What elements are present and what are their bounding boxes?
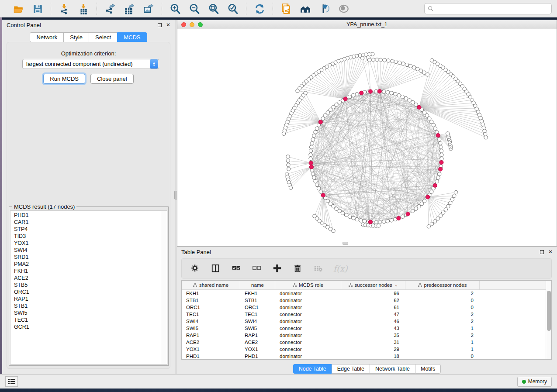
- mcds-result-box: MCDS result (17 nodes) PHD1CAR1STP4TID3Y…: [9, 203, 169, 366]
- close-panel-button[interactable]: Close panel: [90, 74, 134, 84]
- table-toolbar: f(x): [181, 258, 552, 279]
- unselect-all-columns-icon[interactable]: [251, 263, 263, 274]
- result-node-item[interactable]: SWI4: [14, 247, 161, 254]
- tab-node-table[interactable]: Node Table: [293, 364, 332, 374]
- tab-edge-table[interactable]: Edge Table: [332, 364, 370, 374]
- task-history-button[interactable]: [5, 376, 18, 387]
- hide-selected-icon[interactable]: [318, 3, 331, 15]
- select-all-columns-icon[interactable]: [231, 263, 242, 274]
- zoom-in-icon[interactable]: [169, 3, 181, 15]
- open-file-icon[interactable]: [12, 3, 24, 15]
- run-mcds-button[interactable]: Run MCDS: [43, 74, 85, 84]
- search-input[interactable]: [436, 6, 548, 12]
- result-node-item[interactable]: STB5: [14, 282, 161, 289]
- save-session-icon[interactable]: [31, 3, 44, 15]
- network-canvas[interactable]: [177, 29, 557, 246]
- table-cell: STB1: [182, 297, 240, 304]
- zoom-fit-icon[interactable]: [208, 3, 220, 15]
- table-cell: ORC1: [240, 304, 275, 311]
- desktop-background-bottom: [0, 388, 557, 392]
- first-neighbors-icon[interactable]: [299, 3, 311, 15]
- table-cell: 47: [341, 311, 405, 318]
- tab-motifs[interactable]: Motifs: [415, 364, 441, 374]
- table-row[interactable]: SWI5SWI5connector431: [182, 325, 546, 332]
- result-node-item[interactable]: TID3: [14, 233, 161, 240]
- tab-mcds[interactable]: MCDS: [117, 32, 147, 42]
- column-header-name[interactable]: name: [240, 281, 275, 289]
- table-row[interactable]: PHD1PHD1dominator180: [182, 353, 546, 359]
- memory-button[interactable]: Memory: [517, 377, 552, 387]
- search-box[interactable]: [424, 3, 552, 14]
- export-image-icon[interactable]: [142, 3, 155, 15]
- result-node-item[interactable]: YOX1: [14, 240, 161, 247]
- tab-network[interactable]: Network: [30, 32, 63, 42]
- memory-label: Memory: [528, 378, 547, 385]
- column-header-successor-nodes[interactable]: successor nodes⌄: [341, 281, 405, 289]
- table-cell: 2: [405, 311, 480, 318]
- table-scrollbar[interactable]: [546, 281, 551, 359]
- result-node-item[interactable]: TEC1: [14, 316, 161, 323]
- show-columns-icon[interactable]: [210, 263, 221, 274]
- tab-select[interactable]: Select: [89, 32, 117, 42]
- float-table-panel-icon[interactable]: [540, 250, 544, 254]
- horizontal-splitter-grip[interactable]: [343, 242, 348, 245]
- import-network-icon[interactable]: [58, 3, 70, 15]
- function-builder-icon: f(x): [333, 263, 348, 274]
- result-node-item[interactable]: SRD1: [14, 254, 161, 261]
- result-node-item[interactable]: ACE2: [14, 275, 161, 282]
- show-all-icon[interactable]: [338, 3, 350, 15]
- result-node-item[interactable]: STB1: [14, 303, 161, 309]
- sort-caret-icon: ⌄: [394, 283, 398, 287]
- zoom-selected-icon[interactable]: [227, 3, 239, 15]
- export-network-icon[interactable]: [104, 3, 116, 15]
- table-row[interactable]: FKH1FKH1dominator962: [182, 290, 546, 297]
- close-panel-icon[interactable]: ✕: [166, 22, 170, 28]
- result-node-item[interactable]: RAP1: [14, 296, 161, 303]
- result-node-item[interactable]: PHD1: [14, 212, 161, 219]
- table-row[interactable]: RAP1RAP1dominator352: [182, 332, 546, 339]
- float-panel-icon[interactable]: [158, 23, 162, 27]
- close-table-panel-icon[interactable]: ✕: [548, 249, 553, 254]
- column-header-predecessor-nodes[interactable]: predecessor nodes: [405, 281, 480, 289]
- column-header-shared-name[interactable]: shared name: [182, 281, 240, 289]
- table-cell: SWI4: [240, 318, 275, 325]
- control-panel-tabs: NetworkStyleSelectMCDS: [2, 32, 175, 42]
- export-table-icon[interactable]: [123, 3, 135, 15]
- create-column-icon[interactable]: [272, 263, 283, 274]
- result-node-item[interactable]: STP4: [14, 226, 161, 233]
- optimization-criterion-dropdown[interactable]: largest connected component (undirected)…: [22, 59, 159, 69]
- network-from-file-icon[interactable]: [280, 3, 292, 15]
- table-row[interactable]: ORC1ORC1dominator610: [182, 304, 546, 311]
- table-scrollbar-thumb[interactable]: [547, 291, 551, 331]
- table-row[interactable]: ACE2ACE2connector311: [182, 339, 546, 346]
- import-table-icon[interactable]: [77, 3, 90, 15]
- zoom-out-icon[interactable]: [188, 3, 201, 15]
- table-row[interactable]: TEC1TEC1connector472: [182, 311, 546, 318]
- table-settings-icon[interactable]: [190, 263, 201, 274]
- node-table: shared namenameMCDS rolesuccessor nodes⌄…: [181, 280, 552, 360]
- tab-network-table[interactable]: Network Table: [370, 364, 415, 374]
- result-node-item[interactable]: GCR1: [14, 323, 161, 330]
- network-window-title: YPA_prune.txt_1: [177, 21, 557, 28]
- refresh-view-icon[interactable]: [253, 3, 266, 15]
- result-node-item[interactable]: SWI5: [14, 309, 161, 316]
- table-cell: PHD1: [240, 353, 275, 359]
- mcds-result-list[interactable]: PHD1CAR1STP4TID3YOX1SWI4SRD1PMA2FKH1ACE2…: [10, 211, 161, 364]
- table-row[interactable]: YOX1YOX1connector291: [182, 346, 546, 353]
- dropdown-stepper-icon: ▲▼: [150, 59, 158, 69]
- result-node-item[interactable]: ORC1: [14, 289, 161, 296]
- table-row[interactable]: STB1STB1dominator620: [182, 297, 546, 304]
- result-node-item[interactable]: CAR1: [14, 219, 161, 226]
- result-node-item[interactable]: PMA2: [14, 261, 161, 268]
- tab-style[interactable]: Style: [63, 32, 89, 42]
- table-row[interactable]: SWI4SWI4dominator462: [182, 318, 546, 325]
- table-panel-titlebar: Table Panel ✕: [177, 247, 557, 257]
- toolbar-group: [246, 3, 273, 15]
- table-cell: YOX1: [182, 346, 240, 353]
- network-window-titlebar[interactable]: YPA_prune.txt_1: [177, 20, 557, 29]
- delete-columns-icon[interactable]: [292, 263, 304, 274]
- result-node-item[interactable]: FKH1: [14, 268, 161, 275]
- toolbar-group: [97, 3, 162, 15]
- mcds-result-scrollbar[interactable]: [161, 211, 167, 364]
- column-header-MCDS-role[interactable]: MCDS role: [275, 281, 341, 289]
